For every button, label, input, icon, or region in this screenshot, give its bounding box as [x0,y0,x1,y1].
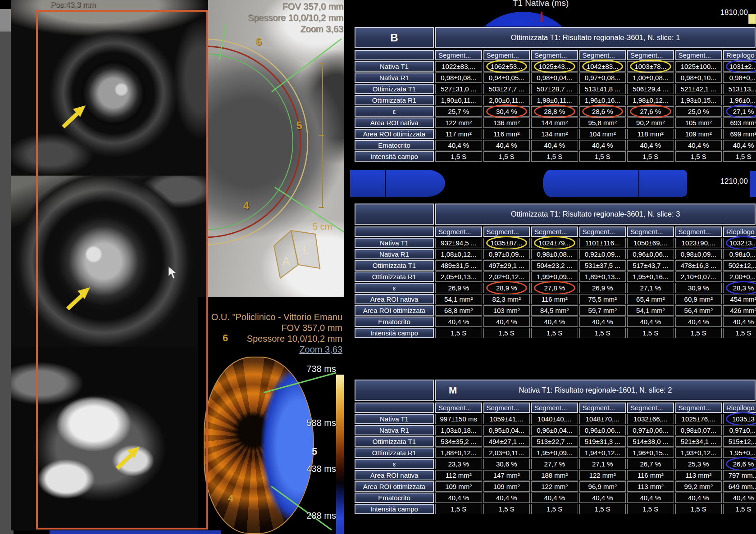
row-label: Area ROI ottimizzata [355,129,434,139]
table-row: ε25,7 %30,4 %28,8 %28,6 %27,6 %25,0 %27,… [355,106,756,117]
row-label: ε [355,459,434,469]
table-cell: 90,2 mm² [627,118,674,128]
table-title: Ottimizzata T1: Risultato regionale-3601… [435,204,756,225]
table-prefix-label: M [449,385,457,396]
table-row: Area ROI ottimizzata117 mm²116 mm²134 mm… [355,129,756,139]
table-title-text: Ottimizzata T1: Risultato regionale-3601… [511,33,680,42]
table-cell: 1,5 S [483,151,530,162]
column-header-spacer [355,50,434,60]
table-cell: 502±12,... [723,260,756,271]
table-cell: 478±16,3 ... [675,260,722,271]
row-label: Ottimizzata R1 [355,272,434,282]
table-row: Area ROI nativa122 mm²136 mm²144 mm²95,8… [355,118,756,128]
table-cell: 1,5 S [675,504,722,514]
result-table-slice1[interactable]: B Ottimizzata T1: Risultato regionale-36… [355,27,756,163]
table-cell: 454 mm² [723,294,756,304]
table-row: Area ROI nativa112 mm²147 mm²188 mm²122 … [355,470,756,480]
ruler-tick [319,207,324,208]
table-cell: 1,93±0,12... [675,448,722,458]
table-cell: 0,97±0,09... [483,249,530,259]
table-cell: 1,98±0,12... [627,95,674,105]
table-row: Area ROI ottimizzata68,8 mm²103 mm²84,5 … [355,305,756,316]
table-cell: 116 mm² [627,470,674,480]
table-cell: 40,4 % [483,140,530,150]
row-label: Ottimizzata T1 [355,436,434,447]
table-cell: 26,6 % [723,459,756,469]
table-cell: 1025±76,... [675,414,722,424]
table-cell: 116 mm² [531,294,578,304]
column-header: Segment... [579,226,626,237]
table-cell: 519±31,3 ... [579,436,626,447]
table-cell: 122 mm² [435,118,482,128]
table-row: Ottimizzata T1527±31,0 ...503±27,7 ...50… [355,84,756,94]
column-header: Segment... [627,403,674,413]
table-cell: 113 mm² [675,470,722,480]
table-cell: 494±27,1 ... [483,436,530,447]
table-cell: 1,5 S [483,504,530,514]
table-cell: 0,97±0,08... [579,72,626,83]
polar-plot-marker [541,12,542,22]
table-header-row: Segment...Segment...Segment...Segment...… [355,403,756,413]
zoom-label: Zoom 3,63 [248,23,343,35]
table-cell: 1,95±0,... [723,448,756,458]
table-cell: 693 mm² [723,118,756,128]
row-label: ε [355,283,434,293]
t1-colormap-viewport[interactable]: O.U. "Policlinico - Vittorio Emanu FOV 3… [198,297,344,534]
table-cell: 531±37,5 ... [579,260,626,271]
table-cell: 0,96±0,04... [531,425,578,435]
column-header: Segment... [531,226,578,237]
table-title-text: Ottimizzata T1: Risultato regionale-3601… [511,210,680,218]
table-cell: 56,4 mm² [675,305,722,316]
table-cell: 113 mm² [627,481,674,492]
ruler-tick [319,135,324,136]
table-row: Ematocrito40,4 %40,4 %40,4 %40,4 %40,4 %… [355,493,756,503]
table-cell: 99,2 mm² [675,481,722,492]
table-cell: 1025±100... [675,61,722,72]
table-row: Ematocrito40,4 %40,4 %40,4 %40,4 %40,4 %… [355,140,756,150]
table-cell: 40,4 % [675,317,722,327]
table-row: Nativa R11,08±0,12...0,97±0,09...0,98±0,… [355,249,756,259]
table-cell: 40,4 % [435,317,482,327]
result-table-slice3[interactable]: Ottimizzata T1: Risultato regionale-3601… [355,204,756,339]
table-cell: 1,95±0,09... [531,448,578,458]
table-cell: 0,98±0,04... [531,72,578,83]
table-cell: 534±35,2 ... [435,436,482,447]
table-row: Area ROI nativa54,1 mm²82,3 mm²116 mm²75… [355,294,756,304]
table-cell: 2,00±0,... [723,272,756,282]
table-cell: 1,94±0,12... [579,448,626,458]
segment-divider-overlay [198,297,344,534]
row-label: ε [355,106,434,117]
row-label: Area ROI nativa [355,118,434,128]
table-cell: 1031±2... [723,61,756,72]
row-label: Nativa R1 [355,72,434,83]
table-cell: 513±13,... [723,84,756,94]
table-cell: 1023±90,... [675,238,722,248]
table-cell: 116 mm² [483,129,530,139]
table-row: Ottimizzata R12,05±0,13...2,02±0,12...1,… [355,272,756,282]
table-cell: 497±29,1 ... [483,260,530,271]
magnified-viewport[interactable]: 6 5 4 FOV 357,0 mm Spessore 10,0/10,2 mm… [208,0,344,297]
table-cell: 0,98±0,10... [675,72,722,83]
table-corner-label [355,380,434,401]
table-row: Intensità campo1,5 S1,5 S1,5 S1,5 S1,5 S… [355,504,756,514]
table-row: Nativa R11,03±0,18...0,95±0,04...0,96±0,… [355,425,756,435]
table-cell: 95,8 mm² [579,118,626,128]
column-header: Segment... [579,50,626,60]
table-cell: 27,7 % [531,459,578,469]
table-cell: 1035±87... [483,238,530,248]
table-row: Ottimizzata R11,90±0,11...2,00±0,11...1,… [355,95,756,105]
table-cell: 1,5 S [483,328,530,338]
table-cell: 40,4 % [531,317,578,327]
table-cell: 0,98±0,08... [531,249,578,259]
table-cell: 25,0 % [675,106,722,117]
row-label: Ematocrito [355,493,434,503]
table-cell: 40,4 % [723,140,756,150]
table-row: Nativa T1932±94,5 ...1035±87...1024±79..… [355,238,756,248]
table-cell: 1,99±0,09... [531,272,578,282]
row-label: Ottimizzata T1 [355,84,434,94]
row-label: Nativa T1 [355,61,434,72]
table-cell: 1,5 S [579,328,626,338]
column-header: Segment... [675,50,722,60]
column-header: Segment... [675,403,722,413]
result-table-slice2[interactable]: M Nativa T1: Risultato regionale-1601, N… [355,380,756,515]
